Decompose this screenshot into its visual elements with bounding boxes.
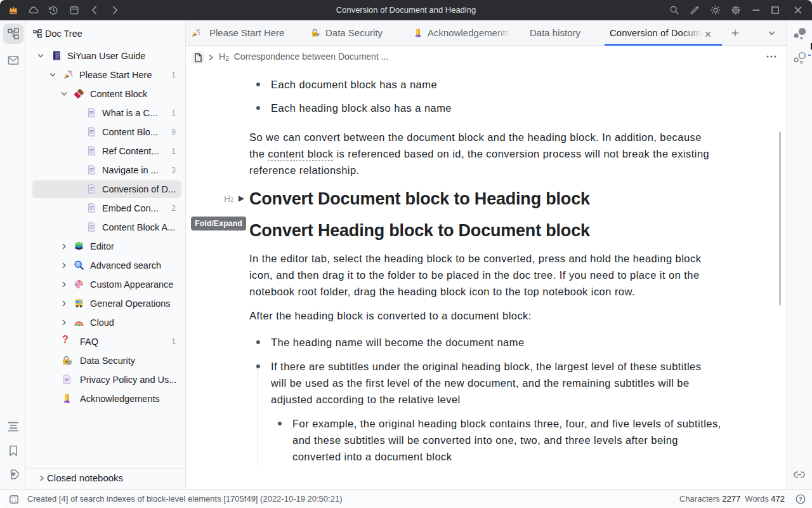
svg-text:?: ? (799, 495, 802, 502)
